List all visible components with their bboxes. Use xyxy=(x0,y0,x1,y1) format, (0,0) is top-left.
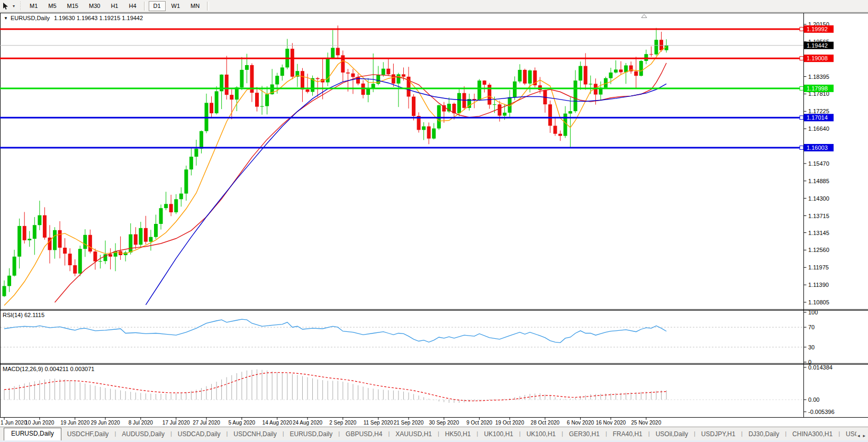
price-tick-label: 1.10805 xyxy=(808,299,829,305)
candlesticks xyxy=(3,25,668,297)
price-tick-label: 1.17225 xyxy=(808,108,829,114)
chevron-down-icon[interactable]: ▾ xyxy=(11,4,17,8)
tab-uk100-h1-10[interactable]: UK100,H1 xyxy=(521,429,562,440)
timeframe-button-d1[interactable]: D1 xyxy=(149,1,166,11)
level-end-marker xyxy=(800,86,803,90)
toolbar-separator xyxy=(144,2,146,11)
candle-body xyxy=(609,73,613,78)
candle-body xyxy=(17,226,21,257)
candle-body xyxy=(240,70,243,87)
candle-body xyxy=(275,76,279,84)
tab-xauusd-h1-7[interactable]: XAUUSD,H1 xyxy=(390,429,438,440)
candle-body xyxy=(624,66,628,73)
candle-body xyxy=(255,93,259,106)
tab-usoil-daily-13[interactable]: USOil,Daily xyxy=(650,429,694,440)
candle-body xyxy=(7,276,11,286)
toolbar-grip[interactable] xyxy=(19,2,21,10)
tab-uk100-h1-9[interactable]: UK100,H1 xyxy=(478,429,519,440)
candle-body xyxy=(518,70,522,82)
date-label: 17 Jul 2020 xyxy=(162,420,190,426)
tab-eurusd-daily-0[interactable]: EURUSD,Daily xyxy=(4,428,61,440)
timeframe-button-w1[interactable]: W1 xyxy=(167,1,185,11)
candle-body xyxy=(477,80,481,100)
date-label: 2 Sep 2020 xyxy=(329,420,357,426)
candle-body xyxy=(98,261,102,261)
tab-ger30-h1-11[interactable]: GER30,H1 xyxy=(563,429,605,440)
candle-body xyxy=(43,215,47,238)
chart-shift-marker-icon[interactable] xyxy=(641,14,647,18)
scroll-left-icon[interactable]: ◂ xyxy=(857,433,860,438)
timeframe-button-h1[interactable]: H1 xyxy=(106,1,123,11)
date-label: 10 Jun 2020 xyxy=(25,420,54,426)
candle-body xyxy=(210,103,213,113)
toolbar: ▾ M1M5M15M30H1H4D1W1MN xyxy=(0,0,868,12)
candle-body xyxy=(639,61,643,76)
tab-usoil-h1-17[interactable]: USOil,H1 xyxy=(840,429,856,440)
candle-body xyxy=(83,235,87,249)
timeframe-button-m15[interactable]: M15 xyxy=(62,1,83,11)
tab-usdcad-daily-3[interactable]: USDCAD,Daily xyxy=(172,429,227,440)
timeframe-button-mn[interactable]: MN xyxy=(186,1,204,11)
tab-fra40-h1-12[interactable]: FRA40,H1 xyxy=(607,429,648,440)
scroll-right-icon[interactable]: ▸ xyxy=(863,433,865,438)
candle-body xyxy=(58,230,62,248)
candle-body xyxy=(361,84,365,95)
tab-gbpusd-h4-6[interactable]: GBPUSD,H4 xyxy=(340,429,388,440)
current-price-label: 1.19442 xyxy=(807,42,828,49)
tab-audusd-daily-2[interactable]: AUDUSD,Daily xyxy=(116,429,170,440)
candle-body xyxy=(23,226,26,240)
candle-body xyxy=(619,69,623,72)
candle-body xyxy=(3,286,6,296)
candle-body xyxy=(316,78,320,79)
level-price-label: 1.17014 xyxy=(807,114,828,121)
tab-china300-h1-16[interactable]: CHINA300,H1 xyxy=(786,429,838,440)
chart-canvas[interactable]: 1.201501.195651.183951.178101.172251.166… xyxy=(0,13,868,427)
tab-usdcnh-daily-4[interactable]: USDCNH,Daily xyxy=(228,429,282,440)
level-end-marker xyxy=(800,146,803,149)
level-end-marker xyxy=(800,27,803,31)
rsi-scale-label: 100 xyxy=(808,309,818,315)
candle-body xyxy=(68,254,72,265)
date-label: 29 Jun 2020 xyxy=(91,420,120,426)
date-label: 11 Sep 2020 xyxy=(364,420,393,426)
chart-symbol-period: EURUSD,Daily xyxy=(11,15,50,21)
candle-body xyxy=(659,40,663,50)
candle-body xyxy=(139,228,142,245)
tab-eurusd-daily-5[interactable]: EURUSD,Daily xyxy=(284,429,339,440)
candle-body xyxy=(589,84,592,84)
candle-body xyxy=(614,69,618,73)
candle-body xyxy=(382,69,385,75)
chart-tabs: EURUSD,DailyUSDCHF,Daily|AUDUSD,Daily|US… xyxy=(0,427,856,440)
date-label: 19 Jun 2020 xyxy=(60,420,89,426)
candle-body xyxy=(649,54,653,55)
slow-ma-line xyxy=(146,78,666,305)
tab-usdjpy-h1-14[interactable]: USDJPY,H1 xyxy=(695,429,741,440)
tab-dj30-daily-15[interactable]: DJ30,Daily xyxy=(743,429,785,440)
candle-body xyxy=(281,67,284,76)
tab-usdchf-daily-1[interactable]: USDCHF,Daily xyxy=(61,429,115,440)
candle-body xyxy=(38,215,41,225)
macd-scale-label: -0.005396 xyxy=(808,409,835,415)
timeframe-button-h4[interactable]: H4 xyxy=(124,1,141,11)
date-label: 5 Aug 2020 xyxy=(229,420,256,426)
rsi-scale-label: 30 xyxy=(808,344,815,350)
candle-body xyxy=(422,127,426,130)
candle-body xyxy=(291,49,294,77)
collapse-icon[interactable]: ▼ xyxy=(4,16,8,21)
timeframe-button-m1[interactable]: M1 xyxy=(25,1,42,11)
date-label: 19 Oct 2020 xyxy=(495,420,525,426)
candle-body xyxy=(336,48,340,55)
level-end-marker xyxy=(800,57,803,60)
candle-body xyxy=(33,225,37,239)
candle-body xyxy=(265,94,269,106)
cursor-tool-icon[interactable] xyxy=(1,2,11,10)
candle-body xyxy=(553,126,557,134)
candle-body xyxy=(528,70,532,84)
candle-body xyxy=(225,75,229,95)
tab-hk50-h1-8[interactable]: HK50,H1 xyxy=(439,429,477,440)
price-tick-label: 1.16640 xyxy=(808,125,829,132)
timeframe-button-m30[interactable]: M30 xyxy=(84,1,105,11)
candle-body xyxy=(331,48,334,58)
candle-body xyxy=(169,204,173,212)
timeframe-button-m5[interactable]: M5 xyxy=(43,1,61,11)
